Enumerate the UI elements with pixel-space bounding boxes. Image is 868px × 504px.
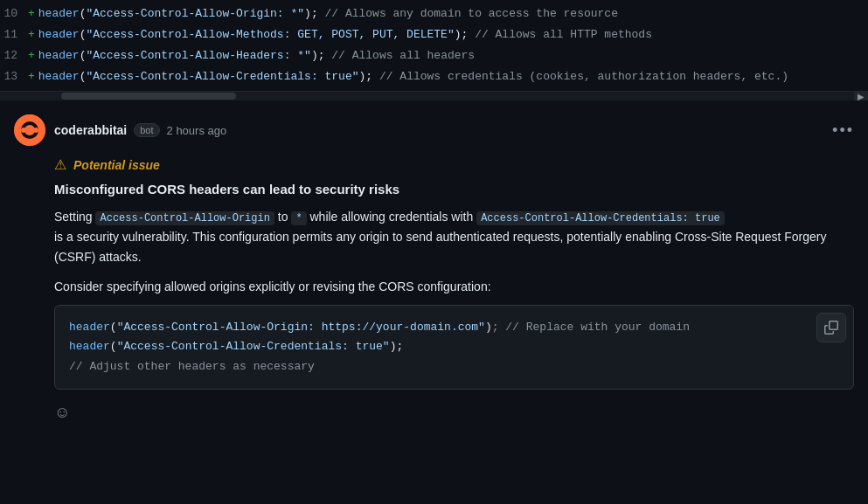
code-block-line3: // Adjust other headers as necessary [69, 357, 839, 376]
code-content-13: header("Access-Control-Allow-Credentials… [38, 67, 788, 86]
cb-str-2: "Access-Control-Allow-Credentials: true" [117, 340, 390, 353]
code-line-10: 10 + header("Access-Control-Allow-Origin… [0, 3, 868, 24]
cb-punc-2: ) [485, 321, 492, 334]
cb-punc-1: ( [110, 321, 117, 334]
timestamp: 2 hours ago [167, 124, 227, 137]
code-block: header("Access-Control-Allow-Origin: htt… [54, 305, 854, 389]
line-number-10: 10 [0, 4, 28, 24]
more-options-button[interactable]: ••• [832, 121, 854, 140]
copy-button[interactable] [816, 313, 846, 342]
code-content-11: header("Access-Control-Allow-Methods: GE… [38, 25, 652, 45]
comment-footer: ☺ [54, 400, 854, 425]
issue-label: Potential issue [73, 158, 160, 172]
emoji-reaction-button[interactable]: ☺ [54, 404, 70, 422]
svg-point-3 [21, 128, 26, 133]
comment-meta: coderabbitai bot 2 hours ago [54, 123, 832, 137]
issue-description: Setting Access-Control-Allow-Origin to *… [54, 207, 854, 266]
code-content-12: header("Access-Control-Allow-Headers: *"… [38, 46, 475, 66]
cb-punc-4: ); [390, 340, 404, 353]
comment-body: ⚠ Potential issue Misconfigured CORS hea… [54, 156, 854, 390]
inline-code-origin: Access-Control-Allow-Origin [95, 211, 274, 225]
cb-func-2: header [69, 340, 110, 353]
inline-code-wildcard: * [291, 211, 306, 225]
bot-badge: bot [134, 123, 159, 137]
avatar [14, 114, 45, 146]
potential-issue-banner: ⚠ Potential issue [54, 156, 854, 173]
inline-code-credentials: Access-Control-Allow-Credentials: true [476, 211, 725, 225]
svg-point-4 [33, 128, 38, 133]
line-expand-13: + [28, 67, 35, 86]
line-number-12: 12 [0, 46, 28, 66]
code-line-13: 13 + header("Access-Control-Allow-Creden… [0, 66, 868, 87]
code-content-10: header("Access-Control-Allow-Origin: *")… [38, 4, 618, 24]
line-expand-11: + [28, 25, 35, 45]
cb-punc-3: ( [110, 340, 117, 353]
code-block-line2: header("Access-Control-Allow-Credentials… [69, 337, 839, 356]
username: coderabbitai [54, 123, 127, 137]
cb-comment-2: // Adjust other headers as necessary [69, 360, 315, 373]
desc-text4: is a security vulnerability. This config… [54, 230, 827, 263]
scrollbar-container[interactable]: ▶ [0, 92, 868, 100]
desc-text3: while allowing credentials with [307, 210, 477, 224]
scroll-right-arrow[interactable]: ▶ [854, 92, 868, 100]
cb-func-1: header [69, 321, 110, 334]
comment-section: coderabbitai bot 2 hours ago ••• ⚠ Poten… [0, 100, 868, 436]
code-section: 10 + header("Access-Control-Allow-Origin… [0, 0, 868, 92]
horizontal-scrollbar[interactable] [61, 93, 236, 100]
code-line-12: 12 + header("Access-Control-Allow-Header… [0, 45, 868, 66]
comment-header: coderabbitai bot 2 hours ago ••• [14, 114, 854, 146]
line-number-13: 13 [0, 67, 28, 86]
cb-comment-1: ; // Replace with your domain [492, 321, 690, 334]
issue-title: Misconfigured CORS headers can lead to s… [54, 182, 854, 197]
line-expand-12: + [28, 46, 35, 66]
suggestion-text: Consider specifying allowed origins expl… [54, 277, 854, 296]
cb-str-1: "Access-Control-Allow-Origin: https://yo… [117, 321, 485, 334]
line-number-11: 11 [0, 25, 28, 45]
desc-text1: Setting [54, 210, 95, 224]
warning-icon: ⚠ [54, 156, 66, 173]
code-line-11: 11 + header("Access-Control-Allow-Method… [0, 24, 868, 45]
desc-text2: to [274, 210, 291, 224]
code-block-line1: header("Access-Control-Allow-Origin: htt… [69, 318, 839, 337]
line-expand-10: + [28, 4, 35, 24]
